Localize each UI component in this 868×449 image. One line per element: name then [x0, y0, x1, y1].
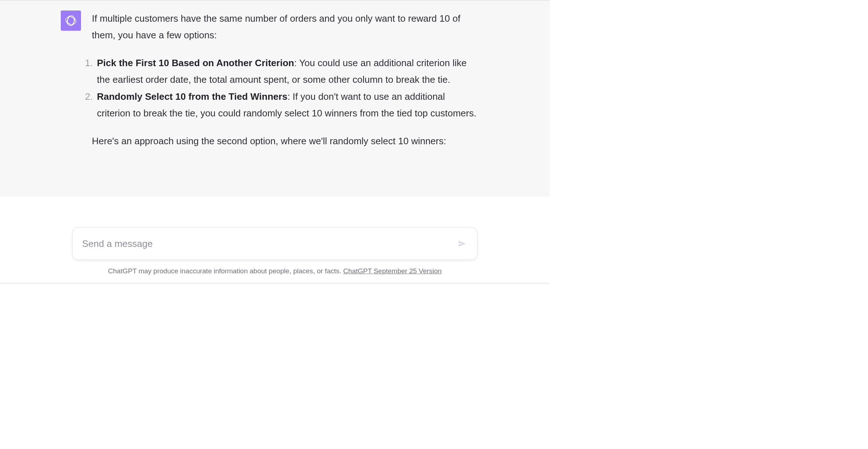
- assistant-avatar: [61, 10, 81, 31]
- options-list: 1. Pick the First 10 Based on Another Cr…: [97, 55, 477, 121]
- openai-logo-icon: [64, 14, 78, 27]
- avatar-column: [61, 10, 81, 150]
- send-button[interactable]: [456, 238, 468, 249]
- message-input[interactable]: [82, 238, 456, 249]
- conversation-area: If multiple customers have the same numb…: [0, 0, 550, 197]
- list-item-title: Randomly Select 10 from the Tied Winners: [97, 91, 288, 102]
- list-item-title: Pick the First 10 Based on Another Crite…: [97, 57, 294, 68]
- list-item: 2. Randomly Select 10 from the Tied Winn…: [97, 89, 477, 121]
- send-icon: [458, 239, 466, 248]
- version-link[interactable]: ChatGPT September 25 Version: [343, 267, 442, 275]
- intro-paragraph: If multiple customers have the same numb…: [92, 10, 477, 43]
- list-number: 2.: [85, 89, 93, 105]
- disclaimer-text: ChatGPT may produce inaccurate informati…: [108, 267, 343, 275]
- message-composer[interactable]: [72, 227, 477, 260]
- outro-paragraph: Here's an approach using the second opti…: [92, 133, 477, 150]
- composer-area: ChatGPT may produce inaccurate informati…: [0, 206, 550, 283]
- message-content: If multiple customers have the same numb…: [92, 10, 492, 150]
- footer-note: ChatGPT may produce inaccurate informati…: [0, 260, 550, 283]
- list-number: 1.: [85, 55, 93, 72]
- assistant-message: If multiple customers have the same numb…: [58, 0, 492, 150]
- list-item: 1. Pick the First 10 Based on Another Cr…: [97, 55, 477, 88]
